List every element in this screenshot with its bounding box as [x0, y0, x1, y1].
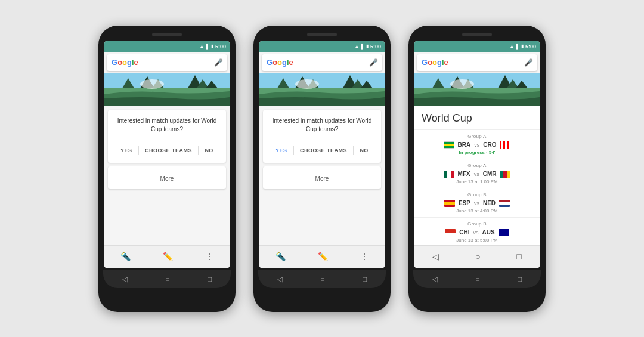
choose-teams-button-1[interactable]: CHOOSE TEAMS — [140, 145, 197, 156]
phone-screen-1: ▲ ▌ ▮ 5:00 Google 🎤 — [104, 41, 230, 268]
group-label-3: Group B — [422, 192, 532, 197]
phone-2: ▲ ▌ ▮ 5:00 Google 🎤 — [253, 26, 391, 312]
status-bar-3: ▲ ▌ ▮ 5:00 — [414, 41, 540, 52]
world-cup-card: World Cup Group A BRA vs CRO In progress… — [414, 106, 540, 245]
team-code-aus: AUS — [482, 229, 495, 236]
vs-text-2: vs — [474, 171, 479, 177]
mic-icon-3[interactable]: 🎤 — [524, 58, 532, 67]
home-button-2[interactable]: ○ — [320, 275, 324, 283]
status-time-2: 5:00 — [370, 44, 381, 50]
match-time-2: June 13 at 1:00 PM — [422, 179, 532, 184]
mic-icon-2[interactable]: 🎤 — [369, 58, 377, 67]
battery-icon-2: ▮ — [366, 44, 369, 49]
back-button-3[interactable]: ◁ — [432, 275, 438, 283]
back-nav-icon[interactable]: ◁ — [432, 252, 439, 261]
more-card-2[interactable]: More — [263, 166, 381, 189]
match-time-4: June 13 at 5:00 PM — [422, 237, 532, 243]
home-button-1[interactable]: ○ — [165, 275, 169, 283]
home-button-3[interactable]: ○ — [475, 275, 479, 283]
flag-chi — [445, 229, 456, 236]
team-code-bra: BRA — [458, 141, 471, 148]
yes-button-1[interactable]: YES — [116, 145, 137, 156]
flashlight-icon-1[interactable]: 🔦 — [120, 252, 131, 261]
match-row-3[interactable]: Group B ESP vs NED June 13 at 4:00 PM — [414, 188, 540, 218]
team-code-cro: CRO — [483, 141, 496, 148]
flag-cro — [500, 141, 510, 149]
google-logo-3: Google — [422, 58, 524, 67]
google-search-bar-3[interactable]: Google 🎤 — [417, 54, 537, 71]
more-options-icon-1[interactable]: ⋮ — [205, 252, 213, 261]
google-logo-1: Google — [112, 58, 214, 67]
status-icons-2: ▲ ▌ ▮ 5:00 — [354, 44, 381, 50]
content-area-2: Interested in match updates for World Cu… — [259, 106, 385, 245]
card-question-1: Interested in match updates for World Cu… — [115, 117, 219, 134]
home-bar-2: ◁ ○ □ — [258, 270, 386, 288]
match-row-2[interactable]: Group A MFX vs CMR June 13 at 1:00 PM — [414, 159, 540, 188]
no-button-2[interactable]: NO — [355, 145, 373, 156]
team-code-chi: CHI — [459, 229, 469, 236]
back-button-2[interactable]: ◁ — [277, 275, 283, 283]
match-teams-4: CHI vs AUS — [422, 229, 532, 236]
divider-2 — [198, 146, 199, 155]
signal-icon: ▌ — [206, 44, 209, 49]
match-updates-card-1: Interested in match updates for World Cu… — [108, 110, 226, 163]
recents-nav-icon[interactable]: □ — [516, 252, 521, 261]
divider-1 — [138, 146, 139, 155]
home-bar-3: ◁ ○ □ — [413, 270, 541, 288]
no-button-1[interactable]: NO — [200, 145, 218, 156]
flag-ned — [499, 200, 510, 207]
more-card-1[interactable]: More — [108, 166, 226, 189]
scenic-banner-1 — [104, 73, 230, 106]
battery-icon: ▮ — [211, 44, 213, 49]
match-updates-card-2: Interested in match updates for World Cu… — [263, 110, 381, 163]
match-teams-1: BRA vs CRO — [422, 141, 532, 149]
vs-text-3: vs — [474, 200, 479, 206]
more-options-icon-2[interactable]: ⋮ — [360, 252, 369, 261]
home-nav-icon[interactable]: ○ — [475, 252, 480, 261]
group-label-4: Group B — [422, 221, 532, 227]
flashlight-icon-2[interactable]: 🔦 — [275, 252, 286, 261]
match-row-1[interactable]: Group A BRA vs CRO In progress · 54' — [414, 130, 540, 159]
scenic-banner-2 — [259, 73, 385, 106]
wifi-icon: ▲ — [199, 44, 204, 49]
world-cup-content: World Cup Group A BRA vs CRO In progress… — [414, 106, 540, 245]
signal-icon-2: ▌ — [361, 44, 364, 49]
recents-button-3[interactable]: □ — [518, 275, 522, 283]
signal-icon-3: ▌ — [516, 44, 519, 49]
bottom-nav-3: ◁ ○ □ — [414, 245, 540, 268]
status-bar-1: ▲ ▌ ▮ 5:00 — [104, 41, 230, 52]
google-logo-2: Google — [267, 58, 369, 67]
back-button-1[interactable]: ◁ — [122, 275, 128, 283]
scenic-banner-3 — [414, 73, 540, 106]
status-time-1: 5:00 — [215, 44, 226, 50]
yes-button-2[interactable]: YES — [271, 145, 292, 156]
wifi-icon-3: ▲ — [509, 44, 514, 49]
group-label-2: Group A — [422, 163, 532, 168]
phone-screen-3: ▲ ▌ ▮ 5:00 Google 🎤 — [414, 41, 540, 268]
svg-point-26 — [450, 79, 474, 89]
divider-4 — [353, 146, 354, 155]
svg-point-17 — [295, 79, 319, 89]
google-search-bar-1[interactable]: Google 🎤 — [107, 54, 227, 71]
battery-icon-3: ▮ — [521, 44, 524, 49]
edit-icon-2[interactable]: ✏️ — [318, 252, 328, 261]
content-area-1: Interested in match updates for World Cu… — [104, 106, 230, 245]
mic-icon-1[interactable]: 🎤 — [214, 58, 222, 67]
google-search-bar-2[interactable]: Google 🎤 — [262, 54, 382, 71]
phone-3: ▲ ▌ ▮ 5:00 Google 🎤 — [408, 26, 546, 312]
card-buttons-2: YES CHOOSE TEAMS NO — [270, 140, 374, 156]
edit-icon-1[interactable]: ✏️ — [163, 252, 173, 261]
team-code-ned: NED — [483, 200, 496, 206]
home-bar-1: ◁ ○ □ — [103, 270, 231, 288]
group-label-1: Group A — [422, 134, 532, 139]
divider-3 — [293, 146, 294, 155]
choose-teams-button-2[interactable]: CHOOSE TEAMS — [295, 145, 352, 156]
team-code-mex: MFX — [458, 171, 470, 177]
match-row-4[interactable]: Group B CHI vs AUS June 13 at 5:00 PM — [414, 218, 540, 245]
flag-cmr — [500, 171, 510, 178]
recents-button-1[interactable]: □ — [208, 275, 212, 283]
flag-aus — [499, 229, 509, 236]
more-text-1: More — [160, 175, 174, 182]
wifi-icon-2: ▲ — [354, 44, 359, 49]
recents-button-2[interactable]: □ — [363, 275, 367, 283]
